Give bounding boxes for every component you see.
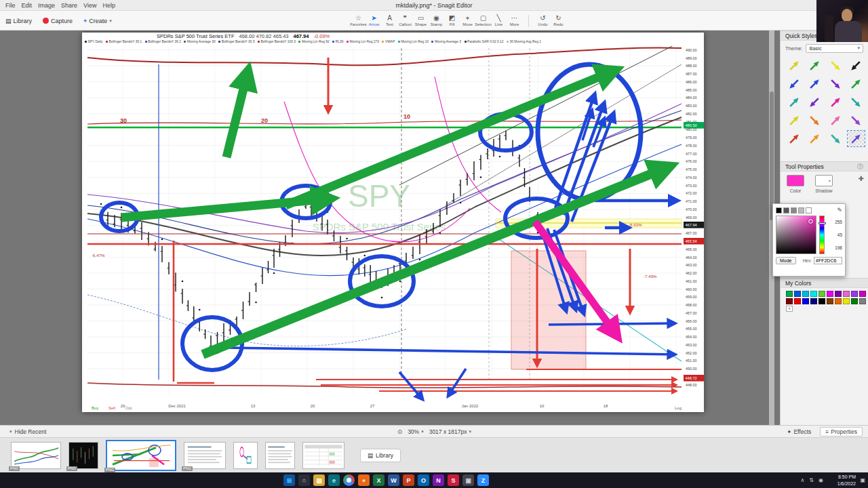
theme-select[interactable]: Basic ▾	[806, 44, 863, 53]
color-preset[interactable]	[786, 298, 793, 304]
tool-text[interactable]: AText	[382, 14, 397, 27]
tool-undo[interactable]: ↺Undo	[535, 14, 551, 27]
editor-canvas[interactable]: SPDRs S&P 500 Trust Series ETF 468.00 47…	[0, 30, 774, 425]
color-preset[interactable]	[802, 291, 809, 297]
recent-capture-thumbnail[interactable]: PNG	[11, 442, 61, 469]
recent-capture-thumbnail[interactable]: PNG	[106, 440, 176, 471]
color-preset[interactable]	[859, 291, 866, 297]
tool-arrow[interactable]: ➤Arrow	[366, 14, 382, 27]
tool-selection[interactable]: ▢Selection	[475, 14, 491, 27]
color-preset[interactable]	[802, 298, 809, 304]
quick-style-preset[interactable]	[806, 94, 824, 110]
color-preset[interactable]	[843, 291, 850, 297]
eyedropper-icon[interactable]: ✎	[837, 207, 842, 214]
taskbar-app-word[interactable]: W	[388, 474, 399, 486]
indicator-label[interactable]: Moving Lin Reg 273	[347, 40, 379, 43]
tool-redo[interactable]: ↻Redo	[551, 14, 566, 27]
menu-help[interactable]: Help	[102, 2, 115, 9]
color-preset[interactable]	[818, 291, 825, 297]
hide-recent-button[interactable]: ▾ Hide Recent	[9, 426, 46, 438]
notification-icon[interactable]: ▣	[860, 477, 865, 483]
indicator-label[interactable]: SPY Daily	[85, 40, 102, 43]
dimensions-select[interactable]: 3017 x 1817px ▾	[429, 428, 471, 435]
quick-style-preset[interactable]	[806, 76, 824, 92]
tool-move[interactable]: ⌖Move	[460, 14, 475, 27]
tool-callout[interactable]: ❞Callout	[397, 14, 413, 27]
color-preset[interactable]	[859, 298, 866, 304]
system-tray-icon[interactable]: ◉	[818, 477, 823, 483]
quick-style-preset[interactable]	[785, 131, 803, 146]
menu-file[interactable]: File	[5, 2, 16, 9]
taskbar-app-outlook[interactable]: O	[418, 474, 429, 486]
color-preset[interactable]	[810, 298, 817, 304]
scrollbar-thumb[interactable]	[770, 92, 774, 220]
library-tray-button[interactable]: ▤ Library	[360, 449, 401, 462]
effects-button[interactable]: ✦ Effects	[782, 428, 816, 436]
quick-style-preset[interactable]	[848, 76, 865, 92]
quick-style-preset[interactable]	[785, 94, 803, 110]
picker-preset[interactable]	[791, 207, 797, 214]
mode-button[interactable]: Mode	[776, 257, 796, 264]
taskbar-app-onenote[interactable]: N	[433, 474, 444, 486]
saturation-area[interactable]	[776, 216, 816, 254]
indicator-label[interactable]: 30 Moving Avg Reg 1	[507, 40, 541, 43]
quick-style-preset[interactable]	[806, 113, 824, 128]
quick-style-preset[interactable]	[785, 58, 803, 73]
hex-input[interactable]	[814, 257, 842, 264]
taskbar-app-excel[interactable]: X	[373, 474, 384, 486]
taskbar-app-snagit[interactable]: S	[448, 474, 459, 486]
quick-style-preset[interactable]	[827, 131, 844, 146]
taskbar-app-chrome[interactable]	[343, 474, 355, 486]
taskbar-app-zoom[interactable]: Z	[477, 474, 489, 486]
help-icon[interactable]: ?	[857, 163, 863, 169]
indicator-label[interactable]: Moving Average 3	[431, 40, 461, 43]
hue-handle[interactable]	[818, 222, 826, 224]
color-preset[interactable]	[810, 291, 817, 297]
picker-preset[interactable]	[776, 207, 782, 214]
taskbar-app-camera[interactable]: ▣	[462, 474, 474, 486]
indicator-label[interactable]: Bollinger Bands® 30 2	[145, 40, 181, 43]
recent-capture-thumbnail[interactable]: PNG	[68, 442, 98, 469]
color-preset[interactable]	[827, 298, 833, 304]
taskbar-app-firefox[interactable]: ●	[358, 474, 370, 486]
quick-style-preset[interactable]	[848, 58, 865, 73]
recent-capture-thumbnail[interactable]	[302, 442, 344, 469]
tool-more[interactable]: ⋯More	[507, 14, 522, 27]
quick-style-preset[interactable]	[806, 131, 824, 146]
hue-slider[interactable]	[819, 216, 825, 254]
menu-share[interactable]: Share	[61, 2, 77, 9]
captured-image[interactable]: SPDRs S&P 500 Trust Series ETF 468.00 47…	[82, 33, 704, 412]
indicator-label[interactable]: Moving Average 30	[184, 40, 215, 43]
menu-view[interactable]: View	[83, 2, 96, 9]
taskbar-app-edge[interactable]: e	[328, 474, 340, 486]
add-property-button[interactable]: ✚	[859, 175, 864, 182]
picker-preset[interactable]	[806, 207, 812, 214]
tool-shape[interactable]: ▭Shape	[413, 14, 429, 27]
color-preset[interactable]	[786, 291, 793, 297]
indicator-label[interactable]: Parabolic SAR 0.02 0.12	[465, 40, 504, 43]
recent-capture-thumbnail[interactable]	[265, 442, 295, 469]
quick-style-preset[interactable]	[806, 58, 824, 73]
add-color-button[interactable]: +	[786, 306, 793, 312]
system-tray-icon[interactable]: ∧	[800, 477, 804, 483]
color-preset[interactable]	[818, 298, 825, 304]
indicator-label[interactable]: Bollinger Bands® 30 1	[106, 40, 142, 43]
tool-line[interactable]: ╲Line	[491, 14, 507, 27]
color-preset[interactable]	[794, 291, 801, 297]
quick-style-preset[interactable]	[785, 76, 803, 92]
quick-style-preset[interactable]	[848, 94, 865, 110]
quick-style-preset[interactable]	[848, 113, 865, 128]
quick-style-preset[interactable]	[827, 113, 844, 128]
color-preset[interactable]	[851, 298, 858, 304]
indicator-label[interactable]: Moving Lin Reg 10	[398, 40, 429, 43]
recent-capture-thumbnail[interactable]: PNG	[184, 442, 226, 469]
color-preset[interactable]	[835, 291, 842, 297]
indicator-label[interactable]: Moving Lin Reg 92	[298, 40, 329, 43]
tool-star[interactable]: ☆Favorites	[351, 14, 366, 27]
quick-style-preset[interactable]	[827, 58, 844, 73]
capture-button[interactable]: Capture	[43, 18, 73, 24]
color-preset[interactable]	[794, 298, 801, 304]
system-tray-icon[interactable]: ⇅	[809, 477, 814, 483]
properties-button[interactable]: ≡ Properties	[820, 427, 863, 436]
picker-preset[interactable]	[798, 207, 804, 214]
